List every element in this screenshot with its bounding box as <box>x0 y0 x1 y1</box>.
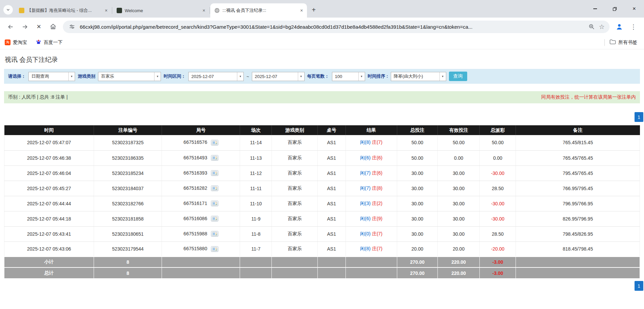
round-replay-icon[interactable] <box>211 216 218 222</box>
header-payout: 总派彩 <box>480 125 516 135</box>
header-bet-id: 注单编号 <box>94 125 162 135</box>
stop-loading-button[interactable]: × <box>32 20 46 34</box>
cell-result: 闲(6) 庄(6) <box>345 150 397 165</box>
page-title: 视讯 会员下注纪录 <box>5 55 644 64</box>
total-count: 8 <box>94 267 162 278</box>
page-1-button[interactable]: 1 <box>635 281 643 291</box>
tab-search-button[interactable] <box>3 5 13 15</box>
all-bookmarks-button[interactable]: 所有书签 <box>610 39 637 46</box>
player-result: 闲(6) <box>360 155 371 160</box>
tab-close-icon[interactable]: × <box>103 7 110 14</box>
empty-cell <box>272 267 317 278</box>
cell-table-no: AS1 <box>317 241 345 257</box>
date-to-select[interactable]: 2025-12-07 ▾ <box>252 72 305 81</box>
tab-close-icon[interactable]: × <box>298 7 305 14</box>
menu-kebab-icon[interactable]: ⋮ <box>626 20 641 34</box>
home-button[interactable] <box>46 20 60 34</box>
round-replay-icon[interactable] <box>211 155 218 161</box>
player-result: 闲(8) <box>360 246 371 251</box>
round-replay-icon[interactable] <box>211 201 218 206</box>
bookmark-aitaobao[interactable]: 淘 爱淘宝 <box>5 40 27 46</box>
cell-total-bet[interactable]: 30.00 <box>397 211 437 226</box>
person-icon <box>615 23 623 31</box>
tab-close-icon[interactable]: × <box>200 7 207 14</box>
game-type-select[interactable]: 百家乐 ▾ <box>98 72 161 81</box>
cell-note: 818.45/798.45 <box>516 241 640 257</box>
cell-session: 11-11 <box>240 181 272 196</box>
cell-game-type: 百家乐 <box>272 181 317 196</box>
bookmark-label: 百度一下 <box>44 40 63 46</box>
currency-summary: 币别 : 人民币 | 总共 :8 注单 | <box>8 94 68 100</box>
cell-total-bet[interactable]: 30.00 <box>397 226 437 241</box>
profile-avatar[interactable] <box>612 20 626 34</box>
restore-button[interactable] <box>605 0 624 18</box>
banker-result: 庄(6) <box>372 155 382 160</box>
zoom-icon[interactable] <box>587 22 597 32</box>
cell-total-bet[interactable]: 20.00 <box>397 241 437 257</box>
banker-result: 庄(6) <box>372 170 382 176</box>
globe-favicon-icon <box>214 8 220 13</box>
empty-cell <box>272 257 317 267</box>
back-icon <box>7 23 14 30</box>
cell-time: 2025-12-07 05:46:04 <box>4 165 94 181</box>
minimize-button[interactable] <box>585 0 605 18</box>
cell-game-type: 百家乐 <box>272 196 317 211</box>
round-replay-icon[interactable] <box>211 140 218 146</box>
round-replay-icon[interactable] <box>211 246 218 252</box>
empty-cell <box>345 257 397 267</box>
cell-round: 667516576 <box>162 135 240 150</box>
bookmark-baidu[interactable]: 百度一下 <box>36 39 63 46</box>
round-replay-icon[interactable] <box>211 170 218 176</box>
tab-forum[interactable]: 【新提醒】海燕策略论坛 - 综合... × <box>15 3 112 18</box>
cell-time: 2025-12-07 05:47:07 <box>4 135 94 150</box>
back-button[interactable] <box>3 20 18 34</box>
search-button[interactable]: 查询 <box>449 72 467 81</box>
folder-icon <box>610 39 616 46</box>
round-number: 667515988 <box>184 231 207 236</box>
date-from-select[interactable]: 2025-12-07 ▾ <box>188 72 244 81</box>
subtotal-count: 8 <box>94 257 162 267</box>
new-tab-button[interactable]: + <box>309 5 318 15</box>
cell-game-type: 百家乐 <box>272 241 317 257</box>
cell-payout: 0.00 <box>480 150 516 165</box>
cell-total-bet[interactable]: 30.00 <box>397 196 437 211</box>
sort-select[interactable]: 降幂(由大到小) ▾ <box>391 72 446 81</box>
forward-button[interactable] <box>18 20 32 34</box>
round-number: 667516086 <box>184 216 207 221</box>
round-number: 667516393 <box>184 170 207 176</box>
cell-note: 796.95/766.95 <box>516 196 640 211</box>
subtotal-valid-bet: 220.00 <box>438 257 480 267</box>
round-replay-icon[interactable] <box>211 231 218 237</box>
summary-note: 同局有效投注，统一计算在该局第一张注单内 <box>541 94 636 100</box>
cell-total-bet[interactable]: 50.00 <box>397 135 437 150</box>
subtotal-label: 小计 <box>4 257 94 267</box>
round-number: 667516171 <box>184 201 207 206</box>
close-window-button[interactable]: × <box>624 0 644 18</box>
pagination-top: 1 <box>0 112 643 122</box>
empty-cell <box>345 267 397 278</box>
cell-result: 闲(3) 庄(2) <box>345 196 397 211</box>
round-replay-icon[interactable] <box>211 185 218 191</box>
cell-total-bet[interactable]: 30.00 <box>397 181 437 196</box>
query-type-select[interactable]: 日期查询 ▾ <box>28 72 75 81</box>
address-bar[interactable]: 66cxkj98.com/ipl/portal.php/game/betreco… <box>63 21 610 33</box>
site-info-icon[interactable] <box>67 22 77 32</box>
page-size-select[interactable]: 100 ▾ <box>332 72 365 81</box>
tab-welcome[interactable]: Welcome × <box>113 3 209 18</box>
player-result: 闲(6) <box>360 216 371 221</box>
cell-round: 667515988 <box>162 226 240 241</box>
empty-cell <box>317 267 345 278</box>
cell-bet-id: 523023179544 <box>94 241 162 257</box>
table-row: 2025-12-07 05:43:06 523023179544 6675158… <box>4 241 640 257</box>
banker-result: 庄(8) <box>372 185 382 191</box>
page-1-button[interactable]: 1 <box>635 112 643 122</box>
cell-valid-bet: 30.00 <box>438 226 480 241</box>
cell-game-type: 百家乐 <box>272 165 317 181</box>
cell-session: 11-9 <box>240 211 272 226</box>
bookmark-star-icon[interactable]: ☆ <box>597 22 607 32</box>
cell-bet-id: 523023187325 <box>94 135 162 150</box>
cell-total-bet[interactable]: 50.00 <box>397 150 437 165</box>
tab-separator <box>112 7 112 14</box>
cell-total-bet[interactable]: 30.00 <box>397 165 437 181</box>
tab-betrecord[interactable]: :::视讯 会员下注纪录::: × <box>210 3 307 18</box>
